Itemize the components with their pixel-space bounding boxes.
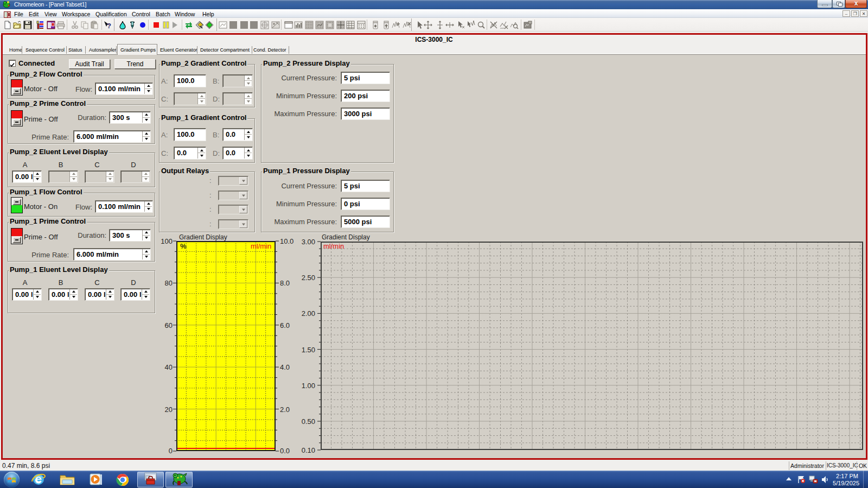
- svg-text:?: ?: [107, 22, 111, 29]
